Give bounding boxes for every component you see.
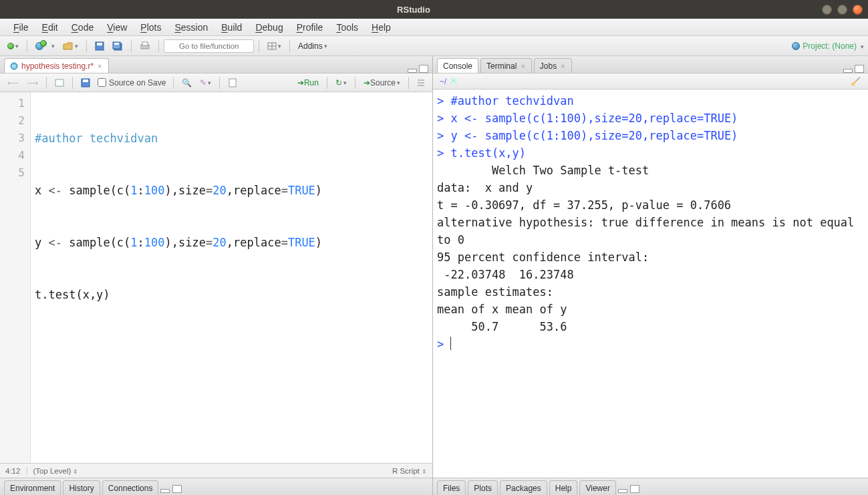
save-source-button[interactable] (78, 75, 94, 90)
console-subtoolbar: ~/ ⇱ 🧹 (433, 73, 868, 90)
tab-history[interactable]: History (63, 480, 100, 495)
code-editor[interactable]: 1 2 3 4 5 #author techvidvan x <- sample… (0, 92, 432, 463)
tab-environment[interactable]: Environment (4, 480, 61, 495)
minimize-pane-icon[interactable] (618, 489, 627, 493)
env-tabstrip: Environment History Connections (0, 478, 432, 495)
left-column: R hypothesis testing.r* × ⟵ ⟶ Source on … (0, 56, 433, 495)
source-on-save-checkbox[interactable] (98, 78, 106, 87)
scope-indicator[interactable]: (Top Level) ⇕ (27, 467, 78, 475)
maximize-pane-icon[interactable] (172, 485, 182, 493)
menu-profile[interactable]: Profile (290, 21, 330, 34)
close-button[interactable] (853, 5, 863, 15)
compile-report-button[interactable] (225, 75, 241, 90)
minimize-button[interactable] (822, 5, 832, 15)
separator (219, 77, 220, 89)
source-on-save[interactable]: Source on Save (98, 78, 166, 88)
tab-close-icon[interactable]: × (520, 62, 525, 70)
tab-files[interactable]: Files (437, 480, 466, 495)
source-subtoolbar: ⟵ ⟶ Source on Save 🔍 ✎ ➔ Run ↻ ➔ Source (0, 73, 432, 92)
save-button[interactable] (92, 39, 108, 53)
console-tabstrip: Console Terminal × Jobs × (433, 56, 868, 73)
code-tools-button[interactable]: ✎ (196, 75, 214, 90)
menu-build[interactable]: Build (214, 21, 249, 34)
menu-code[interactable]: Code (65, 21, 100, 34)
source-label: Source (370, 78, 396, 88)
right-column: Console Terminal × Jobs × ~/ ⇱ 🧹 > #auth… (433, 56, 868, 495)
minimize-pane-icon[interactable] (843, 69, 853, 73)
code-line (35, 338, 428, 355)
menu-file[interactable]: File (7, 21, 35, 34)
forward-button[interactable]: ⟶ (23, 75, 41, 90)
console[interactable]: > #author techvidvan> x <- sample(c(1:10… (433, 90, 868, 478)
tab-close-icon[interactable]: × (560, 62, 565, 70)
tab-terminal[interactable]: Terminal × (480, 58, 532, 73)
maximize-pane-icon[interactable] (855, 65, 864, 73)
maximize-pane-icon[interactable] (630, 485, 639, 493)
source-button[interactable]: ➔ Source (360, 75, 404, 90)
outline-button[interactable] (414, 75, 428, 90)
goto-input[interactable] (164, 39, 254, 53)
separator (355, 77, 355, 89)
panes-button[interactable] (264, 39, 285, 53)
run-button[interactable]: ➔ Run (294, 75, 322, 90)
menu-tools[interactable]: Tools (329, 21, 365, 34)
svg-rect-4 (114, 43, 119, 45)
find-button[interactable]: 🔍 (178, 75, 195, 90)
titlebar: RStudio (0, 0, 868, 19)
language-selector[interactable]: R Script ⇕ (392, 467, 427, 475)
open-file-button[interactable] (59, 39, 82, 53)
files-window-controls (618, 485, 639, 495)
svg-rect-15 (229, 79, 236, 87)
menu-plots[interactable]: Plots (134, 21, 168, 34)
maximize-button[interactable] (837, 5, 847, 15)
menu-session[interactable]: Session (168, 21, 214, 34)
tab-console[interactable]: Console (437, 58, 478, 73)
print-button[interactable] (136, 39, 154, 53)
show-in-new-window-button[interactable] (51, 75, 67, 90)
run-label: Run (304, 78, 319, 88)
r-logo-icon (792, 42, 800, 50)
new-project-button[interactable] (32, 39, 58, 53)
maximize-pane-icon[interactable] (419, 65, 428, 73)
console-popout-icon[interactable]: ⇱ (448, 74, 461, 89)
menu-help[interactable]: Help (365, 21, 398, 34)
minimize-pane-icon[interactable] (160, 489, 170, 493)
source-tab-filename: hypothesis testing.r* (21, 61, 94, 71)
code-body[interactable]: #author techvidvan x <- sample(c(1:100),… (31, 92, 432, 463)
separator (173, 77, 174, 89)
line-gutter: 1 2 3 4 5 (0, 92, 31, 463)
tab-help[interactable]: Help (549, 480, 578, 495)
wand-icon: ✎ (200, 78, 206, 88)
tab-plots[interactable]: Plots (468, 480, 498, 495)
source-tab[interactable]: R hypothesis testing.r* × (4, 58, 109, 73)
separator (46, 77, 47, 89)
save-all-button[interactable] (109, 39, 126, 53)
back-button[interactable]: ⟵ (4, 75, 22, 90)
svg-rect-14 (83, 79, 88, 82)
tab-packages[interactable]: Packages (500, 480, 547, 495)
line-number: 4 (0, 147, 25, 164)
line-number: 1 (0, 95, 25, 112)
project-selector[interactable]: Project: (None) (792, 41, 864, 51)
separator (158, 40, 159, 52)
clear-console-button[interactable]: 🧹 (847, 74, 864, 89)
tab-close-icon[interactable]: × (97, 62, 102, 70)
rerun-button[interactable]: ↻ (332, 75, 350, 90)
line-number: 5 (0, 164, 25, 182)
tab-jobs[interactable]: Jobs × (534, 58, 572, 73)
goto-file-function[interactable]: ↪ (164, 39, 254, 53)
separator (259, 40, 259, 52)
window-title: RStudio (5, 5, 822, 15)
menu-view[interactable]: View (100, 21, 134, 34)
addins-button[interactable]: Addins (295, 39, 331, 53)
code-line: #author techvidvan (35, 130, 428, 147)
minimize-pane-icon[interactable] (408, 69, 417, 73)
menu-debug[interactable]: Debug (249, 21, 289, 34)
main-area: R hypothesis testing.r* × ⟵ ⟶ Source on … (0, 56, 868, 495)
menu-edit[interactable]: Edit (35, 21, 65, 34)
code-line: x <- sample(c(1:100),size=20,replace=TRU… (35, 182, 428, 199)
tab-connections[interactable]: Connections (102, 480, 159, 495)
tab-viewer[interactable]: Viewer (579, 480, 615, 495)
new-file-button[interactable] (4, 39, 22, 53)
console-working-dir[interactable]: ~/ (437, 77, 446, 86)
